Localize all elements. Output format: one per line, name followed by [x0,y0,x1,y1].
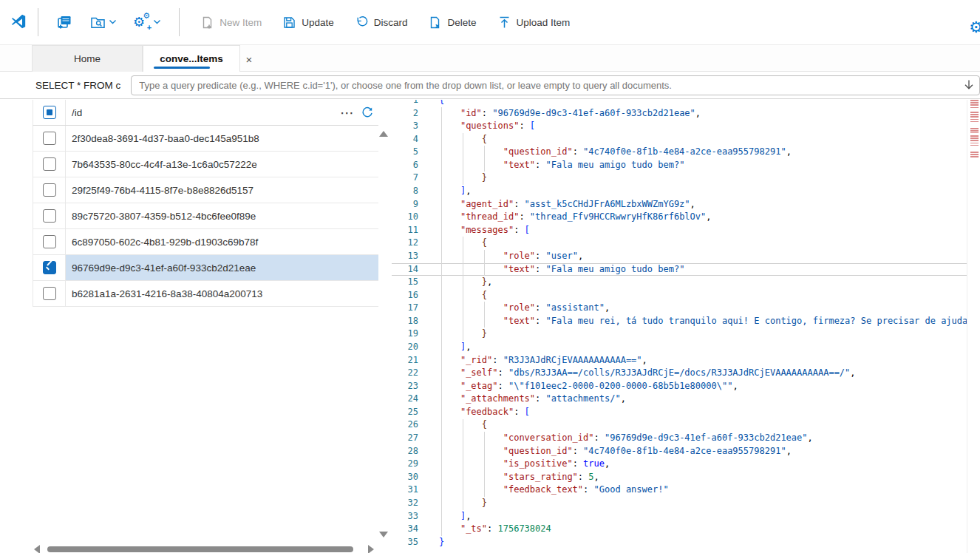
new-container-button[interactable] [56,14,73,31]
line-number: 17 [392,302,418,315]
code-line[interactable]: 2 "id": "96769d9e-d9c3-41ef-a60f-933cb2d… [392,107,980,121]
code-line[interactable]: 7 } [392,172,980,185]
code-line[interactable]: 13 "role": "user", [392,250,980,263]
query-expand-arrow-icon[interactable] [962,78,976,92]
code-line[interactable]: 18 "text": "Fala meu rei, tá tudo tranqu… [392,315,980,328]
document-list-row[interactable]: 7b643535-80cc-4c4f-a13e-1c6a0c57222e [33,152,378,177]
code-line[interactable]: 24 "_attachments": "attachments/", [392,393,980,406]
tab-items-active[interactable]: conve...Items × [143,45,240,72]
code-line[interactable]: 22 "_self": "dbs/R3J3AA==/colls/R3J3AJdR… [392,367,980,380]
code-line[interactable]: 12 { [392,237,980,250]
undo-icon [355,16,369,30]
document-list-row[interactable]: 89c75720-3807-4359-b512-4bc6fee0f89e [33,203,378,229]
line-number: 26 [392,418,418,432]
code-line[interactable]: 20 ], [392,341,980,354]
query-predicate-input[interactable] [131,75,980,95]
overview-ruler-mark [970,135,979,147]
document-id-label[interactable]: 2f30dea8-3691-4d37-baa0-dec145a951b8 [66,126,378,151]
settings-gear-icon[interactable]: ⚙ [969,19,980,35]
line-number: 29 [392,458,418,471]
row-checkbox[interactable] [43,183,56,197]
code-line[interactable]: 31 "feedback_text": "Good answer!" [392,484,980,497]
discard-button[interactable]: Discard [355,16,408,30]
code-line[interactable]: 21 "_rid": "R3J3AJdRCjEVAAAAAAAAAA==", [392,354,980,367]
refresh-icon[interactable] [361,106,374,119]
code-line[interactable]: 28 "question_id": "4c740f0e-8f1b-4e84-a2… [392,445,980,458]
code-line[interactable]: 9 "agent_id": "asst_k5cCHdJFrA6MLzbxWWZm… [392,198,980,211]
code-line[interactable]: 16 { [392,289,980,302]
line-code: ], [439,341,471,354]
code-line[interactable]: 34 "_ts": 1756738024 [392,523,980,536]
editor-content: 1{2 "id": "96769d9e-d9c3-41ef-a60f-933cb… [392,100,980,549]
document-list-row[interactable]: 96769d9e-d9c3-41ef-a60f-933cb2d21eae [33,255,378,281]
id-column-header: /id [66,100,340,125]
code-line[interactable]: 32 } [392,497,980,510]
line-number: 25 [392,406,418,419]
upload-item-button[interactable]: Upload Item [497,16,571,30]
row-checkbox[interactable] [43,287,56,300]
scroll-down-arrow[interactable] [379,532,388,537]
row-checkbox[interactable] [43,261,56,274]
code-line[interactable]: 11 "messages": [ [392,224,980,237]
scroll-left-arrow[interactable] [34,545,40,553]
more-options-icon[interactable]: ⋯ [340,106,355,120]
line-code: } [439,172,487,185]
line-number: 5 [392,146,418,159]
code-line[interactable]: 30 "stars_rating": 5, [392,471,980,484]
code-line[interactable]: 4 { [392,133,980,146]
line-number: 18 [392,315,418,328]
document-list-row[interactable]: b6281a1a-2631-4216-8a38-40804a200713 [33,281,378,307]
document-id-label[interactable]: 6c897050-602c-4b81-929b-d1903c69b78f [66,229,378,254]
code-line[interactable]: 5 "question_id": "4c740f0e-8f1b-4e84-a2c… [392,146,980,159]
delete-button[interactable]: Delete [428,16,476,30]
code-line[interactable]: 35} [392,536,980,549]
new-item-label: New Item [220,17,262,28]
line-code: "questions": [ [439,120,535,133]
scroll-right-arrow[interactable] [368,545,374,553]
row-checkbox[interactable] [43,235,56,248]
horizontal-scrollbar-thumb[interactable] [47,546,353,552]
search-items-dropdown-button[interactable] [89,14,117,31]
select-all-checkbox[interactable] [43,106,56,119]
code-line[interactable]: 25 "feedback": [ [392,406,980,419]
line-number: 9 [392,198,418,211]
document-id-label[interactable]: 29f25f49-76b4-4115-8f7e-b8e8826d5157 [66,177,378,203]
code-line[interactable]: 1{ [392,100,980,107]
tab-close-icon[interactable]: × [239,46,259,72]
document-list-row[interactable]: 2f30dea8-3691-4d37-baa0-dec145a951b8 [33,126,378,152]
code-line[interactable]: 6 "text": "Fala meu amigo tudo bem?" [392,159,980,172]
scroll-up-arrow[interactable] [379,131,388,137]
overview-ruler[interactable] [967,100,980,553]
document-list-row[interactable]: 29f25f49-76b4-4115-8f7e-b8e8826d5157 [33,177,378,203]
document-id-label[interactable]: 96769d9e-d9c3-41ef-a60f-933cb2d21eae [66,255,378,280]
code-line[interactable]: 15 }, [392,276,980,289]
code-line[interactable]: 26 { [392,418,980,432]
line-code: "thread_id": "thread_Ffv9HCCRwwryHfK86rf… [439,211,712,224]
settings-dropdown-button[interactable]: ⚙⚙+ [133,16,161,29]
code-line[interactable]: 23 "_etag": "\"f101eec2-0000-0200-0000-6… [392,380,980,393]
code-line[interactable]: 3 "questions": [ [392,120,980,133]
code-line[interactable]: 19 } [392,328,980,341]
update-button[interactable]: Update [282,16,334,30]
row-checkbox[interactable] [43,132,56,145]
code-line[interactable]: 17 "role": "assistant", [392,302,980,315]
line-code: "question_id": "4c740f0e-8f1b-4e84-a2ce-… [439,445,792,458]
code-line[interactable]: 27 "conversation_id": "96769d9e-d9c3-41e… [392,432,980,445]
code-line[interactable]: 29 "is_positive": true, [392,458,980,471]
code-line[interactable]: 14 "text": "Fala meu amigo tudo bem?" [392,263,980,276]
line-code: "conversation_id": "96769d9e-d9c3-41ef-a… [439,432,813,445]
line-code: "question_id": "4c740f0e-8f1b-4e84-a2ce-… [439,146,792,159]
document-id-label[interactable]: 7b643535-80cc-4c4f-a13e-1c6a0c57222e [66,152,378,177]
row-checkbox[interactable] [43,157,56,171]
tab-home[interactable]: Home [32,45,143,72]
cosmos-db-items-view: ⚙⚙+ New Item Update [0,0,980,553]
code-line[interactable]: 33 ], [392,510,980,523]
json-editor[interactable]: 1{2 "id": "96769d9e-d9c3-41ef-a60f-933cb… [392,100,980,553]
new-item-button[interactable]: New Item [200,16,262,30]
document-id-label[interactable]: 89c75720-3807-4359-b512-4bc6fee0f89e [66,203,378,228]
document-id-label[interactable]: b6281a1a-2631-4216-8a38-40804a200713 [66,281,378,306]
row-checkbox[interactable] [43,209,56,223]
document-list-row[interactable]: 6c897050-602c-4b81-929b-d1903c69b78f [33,229,378,255]
code-line[interactable]: 8 ], [392,185,980,198]
code-line[interactable]: 10 "thread_id": "thread_Ffv9HCCRwwryHfK8… [392,211,980,224]
